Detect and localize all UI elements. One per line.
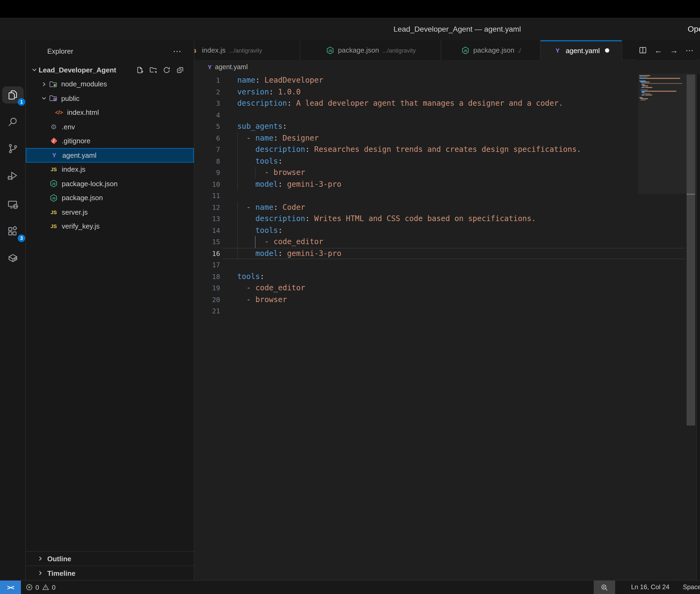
tree-item-node-modules[interactable]: node_modules <box>26 77 194 91</box>
code-line-11[interactable]: 11 <box>194 190 700 201</box>
code-line-20[interactable]: 20 - browser <box>194 294 700 305</box>
tree-root-row[interactable]: Lead_Developer_Agent <box>26 63 194 77</box>
activity-item-run-debug[interactable] <box>2 167 24 184</box>
tree-item-index-html[interactable]: </>index.html <box>26 105 194 120</box>
code-line-1[interactable]: 1name: LeadDeveloper <box>194 74 700 86</box>
code-line-8[interactable]: 8 tools: <box>194 155 700 167</box>
tree-item-public[interactable]: public <box>26 91 194 105</box>
tree-item-package-lock-json[interactable]: JSpackage-lock.json <box>26 176 194 191</box>
activity-item-containers[interactable] <box>2 250 24 267</box>
yaml-file-icon: Y <box>553 47 562 54</box>
code-line-5[interactable]: 5sub_agents: <box>194 121 700 132</box>
navigate-forward-icon[interactable]: → <box>670 45 678 55</box>
code-line-17[interactable]: 17 <box>194 259 700 271</box>
tree-item-label: public <box>61 94 79 102</box>
code-line-12[interactable]: 12 - name: Coder <box>194 201 700 213</box>
code-line-19[interactable]: 19 - code_editor <box>194 282 700 294</box>
line-number: 1 <box>194 74 220 86</box>
breadcrumb: Y agent.yaml <box>194 60 700 73</box>
line-number: 2 <box>194 86 220 98</box>
breadcrumb-file[interactable]: agent.yaml <box>215 63 248 71</box>
vertical-scrollbar[interactable] <box>687 73 695 580</box>
remote-icon <box>7 199 19 210</box>
code-line-16[interactable]: 16 model: gemini-3-pro <box>194 248 700 259</box>
code-line-15[interactable]: 15 - code_editor <box>194 236 700 248</box>
tree-item-agent-yaml[interactable]: Yagent.yaml <box>26 148 194 162</box>
problems-status[interactable]: 0 0 <box>26 581 56 594</box>
tree-item-label: package.json <box>62 194 103 202</box>
tree-item-index-js[interactable]: JSindex.js <box>26 162 194 176</box>
scrollbar-thumb[interactable] <box>687 74 695 426</box>
code-line-7[interactable]: 7 description: Researches design trends … <box>194 144 700 155</box>
folder-file-icon <box>48 80 58 89</box>
code-line-14[interactable]: 14 tools: <box>194 225 700 236</box>
collapse-all-icon[interactable] <box>176 66 184 74</box>
line-number: 13 <box>194 213 220 225</box>
code-line-4[interactable]: 4 <box>194 109 700 121</box>
tree-item-package-json[interactable]: JSpackage.json <box>26 191 194 205</box>
yaml-file-icon: Y <box>208 64 212 70</box>
remote-indicator[interactable]: >< <box>0 581 21 594</box>
new-file-icon[interactable] <box>136 66 144 74</box>
js-file-icon: JS <box>49 167 59 172</box>
magnifier-plus-icon <box>601 584 608 591</box>
code-line-2[interactable]: 2version: 1.0.0 <box>194 86 700 98</box>
warning-icon <box>42 584 49 591</box>
code-line-3[interactable]: 3description: A lead developer agent tha… <box>194 98 700 109</box>
file-tree: Lead_Developer_Agentnode_modulespublic</… <box>26 63 194 233</box>
code-editor[interactable]: 1name: LeadDeveloper2version: 1.0.03desc… <box>194 73 700 580</box>
tree-item-verify-key-js[interactable]: JSverify_key.js <box>26 219 194 233</box>
split-editor-icon[interactable] <box>639 46 647 54</box>
indent-mode[interactable]: Space <box>683 581 700 594</box>
code-line-10[interactable]: 10 model: gemini-3-pro <box>194 178 700 190</box>
code-text: tools: <box>237 155 283 167</box>
cursor-position[interactable]: Ln 16, Col 24 <box>631 581 669 594</box>
html-file-icon: </> <box>54 110 64 116</box>
activity-item-extensions[interactable]: 3 <box>2 223 24 240</box>
zoom-button[interactable] <box>594 581 615 594</box>
activity-item-search[interactable] <box>2 113 24 130</box>
activity-item-remote-explorer[interactable] <box>2 196 24 213</box>
tab-label: package.json <box>338 46 379 54</box>
sidebar-title: Explorer <box>47 47 73 55</box>
activity-item-explorer[interactable]: 1 <box>2 87 24 104</box>
tab-agent-yaml[interactable]: Yagent.yaml <box>541 40 622 61</box>
code-line-6[interactable]: 6 - name: Designer <box>194 132 700 144</box>
tree-item--gitignore[interactable]: .gitignore <box>26 134 194 148</box>
code-line-13[interactable]: 13 description: Writes HTML and CSS code… <box>194 213 700 225</box>
tree-root-actions <box>136 63 184 77</box>
node-file-icon: JS <box>325 46 335 55</box>
editor-group: JSindex.js.../antigravityJSpackage.json.… <box>194 40 700 580</box>
sidebar-header: Explorer ⋯ <box>26 40 194 63</box>
tree-item--env[interactable]: ⚙.env <box>26 120 194 134</box>
tree-item-server-js[interactable]: JSserver.js <box>26 205 194 219</box>
tree-item-label: index.html <box>67 109 99 117</box>
debug-icon <box>7 170 19 182</box>
sidebar-section-outline[interactable]: Outline <box>26 551 194 566</box>
more-actions-icon[interactable]: ⋯ <box>173 40 182 63</box>
tab-index-js[interactable]: JSindex.js.../antigravity <box>194 40 300 60</box>
code-text: - name: Designer <box>237 132 319 144</box>
tree-item-label: index.js <box>62 166 85 173</box>
tree-item-label: verify_key.js <box>62 223 100 230</box>
more-actions-icon[interactable]: ⋯ <box>686 45 694 55</box>
tab-package-json[interactable]: JSpackage.json.../antigravity <box>300 40 441 60</box>
editor-actions: ← → ⋯ <box>636 40 697 60</box>
refresh-icon[interactable] <box>163 66 171 74</box>
tab-package-json[interactable]: JSpackage.json./ <box>441 40 541 60</box>
code-line-18[interactable]: 18tools: <box>194 271 700 282</box>
new-folder-icon[interactable] <box>149 66 157 74</box>
navigate-back-icon[interactable]: ← <box>655 45 662 55</box>
line-number: 3 <box>194 98 220 109</box>
line-number: 12 <box>194 201 220 213</box>
chevron-down-icon <box>30 66 39 74</box>
sidebar-section-timeline[interactable]: Timeline <box>26 566 194 580</box>
tree-item-label: server.js <box>62 208 88 216</box>
error-count: 0 <box>35 584 39 591</box>
code-line-9[interactable]: 9 - browser <box>194 167 700 178</box>
code-line-21[interactable]: 21 <box>194 305 700 317</box>
code-text: - code_editor <box>237 282 305 294</box>
activity-item-source-control[interactable] <box>2 140 24 157</box>
chevron-right-icon <box>36 555 44 562</box>
package-box-icon <box>7 252 19 264</box>
